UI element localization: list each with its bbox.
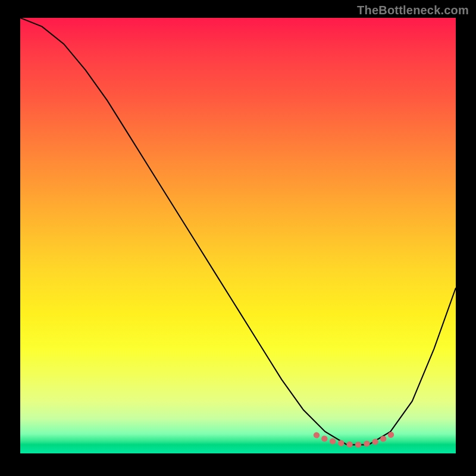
- bottleneck-curve: [20, 18, 456, 444]
- curve-overlay: [20, 18, 456, 453]
- chart-container: TheBottleneck.com: [0, 0, 476, 476]
- valley-highlight: [317, 433, 395, 445]
- watermark-text: TheBottleneck.com: [357, 4, 469, 17]
- plot-area: [20, 18, 456, 453]
